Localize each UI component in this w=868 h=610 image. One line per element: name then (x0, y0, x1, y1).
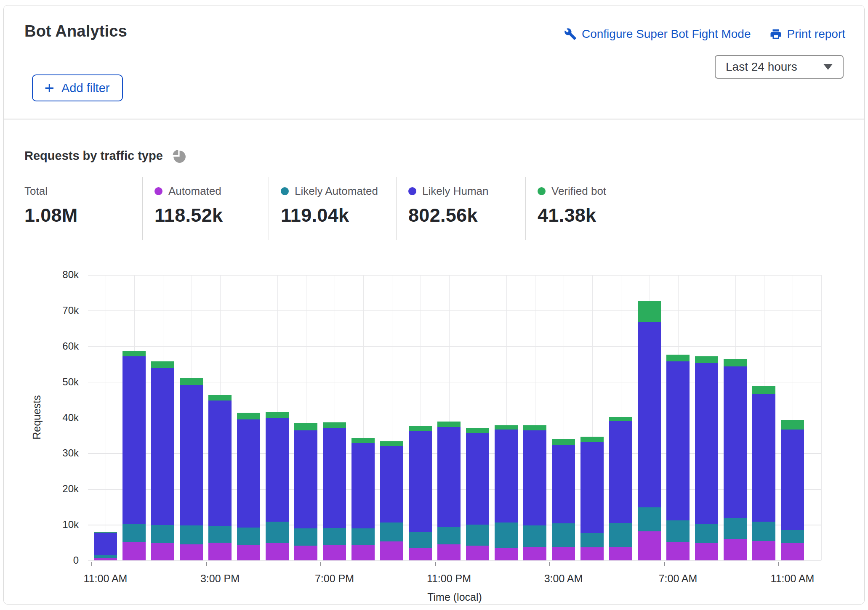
plus-icon (43, 82, 56, 94)
segment-automated (609, 547, 632, 560)
segment-automated (266, 543, 289, 560)
bar-800pm[interactable] (351, 438, 375, 560)
stat-verified-bot-label: Verified bot (551, 185, 606, 198)
segment-likely-automated (552, 523, 575, 547)
bar-1200pm[interactable] (122, 351, 146, 560)
bar-800am[interactable] (695, 356, 718, 560)
configure-link-label: Configure Super Bot Fight Mode (582, 27, 751, 41)
bar-400am[interactable] (580, 437, 604, 560)
segment-likely-automated (351, 528, 375, 546)
bar-400pm[interactable] (237, 413, 260, 560)
segment-verified-bot (666, 355, 690, 361)
stat-likely-human-value: 802.56k (408, 204, 525, 226)
segment-likely-human (552, 445, 575, 523)
bar-100am[interactable] (495, 425, 518, 560)
segment-automated (208, 543, 232, 560)
add-filter-button[interactable]: Add filter (32, 74, 123, 101)
segment-likely-automated (380, 522, 403, 541)
automated-legend-dot (154, 187, 162, 195)
segment-verified-bot (495, 425, 518, 430)
bar-300pm[interactable] (208, 395, 232, 560)
segment-likely-human (409, 431, 432, 532)
bar-200am[interactable] (523, 425, 546, 560)
segment-likely-automated (666, 520, 690, 542)
segment-automated (781, 543, 804, 560)
y-tick-label: 0 (46, 554, 79, 566)
stat-total-label: Total (24, 185, 48, 198)
segment-automated (495, 548, 518, 560)
x-tick-label: 7:00 PM (315, 573, 354, 585)
stat-automated: Automated 118.52k (142, 177, 269, 240)
segment-automated (237, 545, 260, 560)
x-tick-mark (320, 562, 321, 566)
y-tick-label: 70k (46, 305, 79, 316)
bar-700pm[interactable] (323, 422, 346, 560)
segment-automated (523, 547, 546, 560)
x-axis-title: Time (local) (427, 591, 482, 603)
bar-1100am[interactable] (94, 532, 117, 560)
bar-1200am[interactable] (466, 428, 489, 560)
y-tick-label: 30k (46, 447, 79, 459)
segment-verified-bot (724, 359, 747, 366)
segment-verified-bot (580, 437, 604, 442)
wrench-icon (564, 28, 577, 40)
bar-100pm[interactable] (151, 361, 174, 560)
segment-likely-automated (208, 526, 232, 543)
segment-likely-automated (94, 555, 117, 558)
segment-automated (466, 546, 489, 560)
stat-verified-bot-value: 41.38k (538, 204, 652, 226)
segment-likely-automated (323, 528, 346, 545)
pie-chart-icon[interactable] (170, 148, 186, 164)
segment-likely-automated (180, 525, 203, 544)
segment-likely-automated (237, 528, 260, 545)
segment-likely-human (180, 385, 203, 525)
segment-automated (94, 558, 117, 560)
y-tick-label: 60k (46, 340, 79, 352)
gridline-horizontal (88, 346, 821, 347)
segment-likely-automated (638, 507, 661, 532)
bar-900am[interactable] (724, 359, 747, 560)
bar-1100am[interactable] (781, 420, 804, 560)
segment-likely-human (208, 400, 232, 526)
bar-600pm[interactable] (294, 423, 317, 560)
segment-likely-human (466, 433, 489, 525)
stat-total-value: 1.08M (24, 204, 142, 226)
x-tick-label: 11:00 PM (427, 573, 471, 585)
segment-automated (122, 542, 146, 560)
y-tick-label: 10k (46, 519, 79, 530)
gridline-vertical (106, 275, 107, 560)
bar-1000pm[interactable] (409, 426, 432, 560)
segment-automated (666, 542, 690, 560)
segment-likely-human (724, 366, 747, 518)
x-tick-mark (664, 562, 665, 566)
segment-verified-bot (609, 417, 632, 421)
header-actions: Configure Super Bot Fight Mode Print rep… (564, 27, 845, 41)
segment-likely-automated (266, 522, 289, 543)
bar-300am[interactable] (552, 439, 575, 560)
print-report-link[interactable]: Print report (769, 27, 846, 41)
segment-likely-human (266, 418, 289, 522)
segment-likely-automated (523, 525, 546, 547)
configure-super-bot-fight-mode-link[interactable]: Configure Super Bot Fight Mode (564, 27, 751, 41)
page-title: Bot Analytics (24, 22, 127, 40)
y-tick-label: 20k (46, 483, 79, 495)
bar-1000am[interactable] (752, 386, 775, 560)
x-tick-mark (778, 562, 779, 566)
bar-700am[interactable] (666, 355, 690, 560)
stats-row: Total 1.08M Automated 118.52k Likely Aut… (24, 177, 652, 240)
stat-likely-automated-label: Likely Automated (295, 185, 378, 198)
bar-500pm[interactable] (266, 412, 289, 560)
segment-automated (638, 531, 661, 560)
x-tick-mark (435, 562, 436, 566)
bar-600am[interactable] (638, 301, 661, 560)
bar-200pm[interactable] (180, 378, 203, 560)
segment-automated (351, 545, 375, 560)
segment-verified-bot (208, 395, 232, 400)
bar-900pm[interactable] (380, 441, 403, 560)
bar-500am[interactable] (609, 417, 632, 560)
gridline-vertical (821, 275, 822, 560)
bar-1100pm[interactable] (437, 422, 461, 560)
segment-automated (409, 548, 432, 560)
time-range-dropdown[interactable]: Last 24 hours (715, 55, 844, 79)
segment-verified-bot (552, 439, 575, 445)
